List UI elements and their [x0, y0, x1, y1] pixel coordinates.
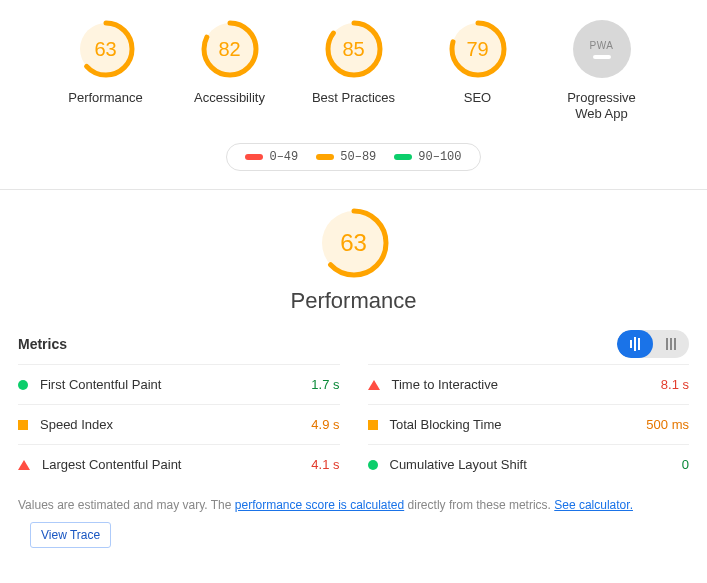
section-score-gauge: 63	[319, 208, 389, 278]
score-seo[interactable]: 79 SEO	[430, 20, 526, 121]
pwa-icon: PWA	[573, 20, 631, 78]
score-label: Accessibility	[194, 90, 265, 120]
score-performance[interactable]: 63 Performance	[58, 20, 154, 121]
legend-swatch	[316, 154, 334, 160]
metric-value: 0	[682, 457, 689, 472]
legend-range: 0–49	[269, 150, 298, 164]
metric-value: 4.1 s	[311, 457, 339, 472]
metric-row[interactable]: Total Blocking Time 500 ms	[368, 404, 690, 444]
legend-item: 50–89	[316, 150, 376, 164]
score-label: Best Practices	[312, 90, 395, 120]
gauge-icon: 82	[201, 20, 259, 78]
metric-name: Speed Index	[40, 417, 113, 432]
metric-value: 500 ms	[646, 417, 689, 432]
legend-swatch	[245, 154, 263, 160]
status-marker-icon	[18, 380, 28, 390]
score-pwa[interactable]: PWA Progressive Web App	[554, 20, 650, 121]
section-title: Performance	[291, 288, 417, 314]
metric-row[interactable]: Time to Interactive 8.1 s	[368, 364, 690, 404]
metric-name: First Contentful Paint	[40, 377, 161, 392]
legend-swatch	[394, 154, 412, 160]
scores-row: 63 Performance 82 Accessibility 85 Best …	[0, 0, 707, 131]
toggle-expanded[interactable]	[617, 330, 653, 358]
perf-score-link[interactable]: performance score is calculated	[235, 498, 404, 512]
status-marker-icon	[368, 380, 380, 390]
metric-name: Time to Interactive	[392, 377, 498, 392]
legend-item: 0–49	[245, 150, 298, 164]
score-label: Progressive Web App	[554, 90, 650, 121]
status-marker-icon	[18, 460, 30, 470]
metric-value: 4.9 s	[311, 417, 339, 432]
metrics-footnote: Values are estimated and may vary. The p…	[0, 484, 707, 522]
legend-range: 50–89	[340, 150, 376, 164]
score-accessibility[interactable]: 82 Accessibility	[182, 20, 278, 121]
score-legend: 0–4950–8990–100	[226, 143, 480, 171]
metrics-grid: First Contentful Paint 1.7 s Time to Int…	[0, 358, 707, 484]
metrics-heading: Metrics	[18, 336, 67, 352]
status-marker-icon	[18, 420, 28, 430]
status-marker-icon	[368, 420, 378, 430]
metric-name: Cumulative Layout Shift	[390, 457, 527, 472]
metrics-view-toggle[interactable]	[617, 330, 689, 358]
status-marker-icon	[368, 460, 378, 470]
legend-range: 90–100	[418, 150, 461, 164]
gauge-icon: 85	[325, 20, 383, 78]
gauge-icon: 63	[77, 20, 135, 78]
metric-row[interactable]: First Contentful Paint 1.7 s	[18, 364, 340, 404]
metric-value: 8.1 s	[661, 377, 689, 392]
score-label: SEO	[464, 90, 491, 120]
view-trace-button[interactable]: View Trace	[30, 522, 111, 548]
score-label: Performance	[68, 90, 142, 120]
metric-row[interactable]: Largest Contentful Paint 4.1 s	[18, 444, 340, 484]
metric-value: 1.7 s	[311, 377, 339, 392]
legend-item: 90–100	[394, 150, 461, 164]
calculator-link[interactable]: See calculator.	[554, 498, 633, 512]
metric-row[interactable]: Speed Index 4.9 s	[18, 404, 340, 444]
toggle-collapsed[interactable]	[653, 330, 689, 358]
metric-row[interactable]: Cumulative Layout Shift 0	[368, 444, 690, 484]
gauge-icon: 79	[449, 20, 507, 78]
metric-name: Largest Contentful Paint	[42, 457, 181, 472]
score-best-practices[interactable]: 85 Best Practices	[306, 20, 402, 121]
metric-name: Total Blocking Time	[390, 417, 502, 432]
